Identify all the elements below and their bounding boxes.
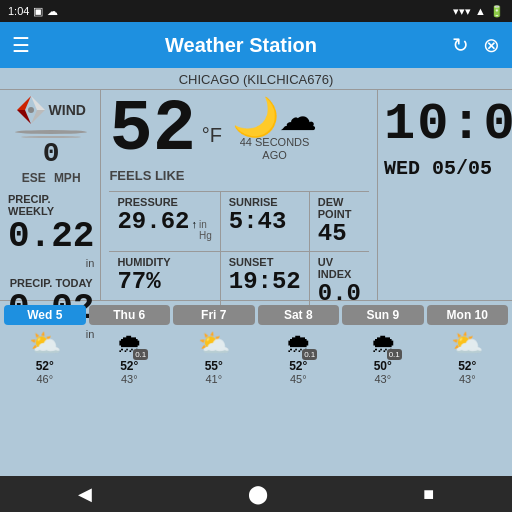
battery-icon: 🔋 xyxy=(490,5,504,18)
uvindex-label: UV INDEX xyxy=(318,256,361,280)
forecast-low-5: 43° xyxy=(458,373,476,385)
forecast-icon-container-1: 🌧 0.1 xyxy=(116,328,142,359)
forecast-high-2: 55° xyxy=(205,359,223,373)
wind-icon xyxy=(17,96,45,124)
forecast-day-0[interactable]: Wed 5 xyxy=(4,305,86,325)
top-section: WIND N S W E 0 ESE MPH PRECIP. WEEKLY 0.… xyxy=(0,90,512,300)
uvindex-cell: UV INDEX 0.0 xyxy=(310,252,369,311)
top-bar: ☰ Weather Station ↻ ⊗ xyxy=(0,22,512,68)
wifi-icon: ▾▾▾ xyxy=(453,5,471,18)
forecast-day-1[interactable]: Thu 6 xyxy=(89,305,171,325)
forecast-high-0: 52° xyxy=(36,359,54,373)
weather-icon-area: 🌙☁ 44 SECONDS AGO xyxy=(232,98,317,162)
sunset-value: 19:52 xyxy=(229,268,301,295)
forecast-high-3: 52° xyxy=(289,359,307,373)
humidity-cell: HUMIDITY 77% xyxy=(109,252,220,311)
forecast-icon-2: ⛅ xyxy=(198,328,230,359)
home-button[interactable]: ⬤ xyxy=(248,483,268,505)
forecast-items: ⛅ 52° 46° 🌧 0.1 52° 43° ⛅ 55° 41° xyxy=(4,328,508,385)
forecast-low-2: 41° xyxy=(205,373,223,385)
sunset-label: SUNSET xyxy=(229,256,301,268)
sunrise-label: SUNRISE xyxy=(229,196,301,208)
precip-weekly-unit: in xyxy=(86,257,95,269)
forecast-temps-3: 52° 45° xyxy=(289,359,307,385)
forecast-item-5: ⛅ 52° 43° xyxy=(427,328,509,385)
forecast-day-5[interactable]: Mon 10 xyxy=(427,305,509,325)
forecast-low-0: 46° xyxy=(36,373,54,385)
clock-panel: 10:04 WED 05/05 xyxy=(377,90,512,300)
bottom-nav: ◀ ⬤ ■ xyxy=(0,476,512,512)
wind-speed-value: 0 xyxy=(43,138,60,169)
temperature-unit: °F xyxy=(202,124,222,147)
ago-text: 44 SECONDS AGO xyxy=(235,136,315,162)
stats-grid: PRESSURE 29.62 ↑ in Hg SUNRISE 5:43 DEW … xyxy=(109,191,369,311)
forecast-temps-0: 52° 46° xyxy=(36,359,54,385)
pressure-cell: PRESSURE 29.62 ↑ in Hg xyxy=(109,192,220,252)
forecast-low-4: 43° xyxy=(374,373,392,385)
wind-label: WIND xyxy=(49,102,86,118)
status-icon2: ☁ xyxy=(47,5,58,18)
settings-button[interactable]: ⊗ xyxy=(483,33,500,57)
sunrise-value: 5:43 xyxy=(229,208,301,235)
forecast-icon-container-4: 🌧 0.1 xyxy=(370,328,396,359)
forecast-day-3[interactable]: Sat 8 xyxy=(258,305,340,325)
precip-badge-4: 0.1 xyxy=(387,349,402,360)
precip-badge-3: 0.1 xyxy=(302,349,317,360)
dewpoint-cell: DEW POINT 45 xyxy=(310,192,369,252)
recent-button[interactable]: ■ xyxy=(423,484,434,505)
humidity-label: HUMIDITY xyxy=(117,256,211,268)
sunrise-cell: SUNRISE 5:43 xyxy=(221,192,310,252)
clock-date: WED 05/05 xyxy=(384,157,512,180)
temperature-row: 52 °F 🌙☁ 44 SECONDS AGO xyxy=(109,94,369,166)
temperature-value: 52 xyxy=(109,94,195,166)
sunset-cell: SUNSET 19:52 xyxy=(221,252,310,311)
status-bar: 1:04 ▣ ☁ ▾▾▾ ▲ 🔋 xyxy=(0,0,512,22)
back-button[interactable]: ◀ xyxy=(78,483,92,505)
feels-like-label: FEELS LIKE xyxy=(109,168,369,183)
dewpoint-value: 45 xyxy=(318,220,361,247)
pressure-unit: in Hg xyxy=(199,219,212,241)
forecast-item-3: 🌧 0.1 52° 45° xyxy=(258,328,340,385)
current-weather-icon: 🌙☁ xyxy=(232,98,317,136)
app-title: Weather Station xyxy=(165,34,317,57)
forecast-icon-0: ⛅ xyxy=(29,328,61,359)
forecast-day-4[interactable]: Sun 9 xyxy=(342,305,424,325)
status-right: ▾▾▾ ▲ 🔋 xyxy=(453,5,504,18)
forecast-item-0: ⛅ 52° 46° xyxy=(4,328,86,385)
forecast-item-2: ⛅ 55° 41° xyxy=(173,328,255,385)
forecast-high-4: 50° xyxy=(374,359,392,373)
forecast-icon-container-3: 🌧 0.1 xyxy=(285,328,311,359)
humidity-value: 77% xyxy=(117,268,211,295)
wind-panel: WIND N S W E 0 ESE MPH PRECIP. WEEKLY 0.… xyxy=(0,90,100,300)
forecast-low-3: 45° xyxy=(289,373,307,385)
pressure-arrow: ↑ xyxy=(191,218,197,230)
refresh-button[interactable]: ↻ xyxy=(452,33,469,57)
status-left: 1:04 ▣ ☁ xyxy=(8,5,58,18)
forecast-section: Wed 5 Thu 6 Fri 7 Sat 8 Sun 9 Mon 10 ⛅ 5… xyxy=(0,300,512,387)
precip-weekly-value: 0.22 xyxy=(8,217,94,257)
forecast-temps-2: 55° 41° xyxy=(205,359,223,385)
forecast-low-1: 43° xyxy=(120,373,138,385)
forecast-temps-4: 50° 43° xyxy=(374,359,392,385)
status-icon1: ▣ xyxy=(33,5,43,18)
dewpoint-label: DEW POINT xyxy=(318,196,361,220)
forecast-high-1: 52° xyxy=(120,359,138,373)
forecast-day-2[interactable]: Fri 7 xyxy=(173,305,255,325)
pressure-row: 29.62 ↑ in Hg xyxy=(117,208,211,241)
wind-compass: N S W E xyxy=(15,130,87,134)
forecast-item-1: 🌧 0.1 52° 43° xyxy=(89,328,171,385)
signal-icon: ▲ xyxy=(475,5,486,17)
precip-badge-1: 0.1 xyxy=(133,349,148,360)
forecast-temps-5: 52° 43° xyxy=(458,359,476,385)
precip-weekly-label: PRECIP. WEEKLY xyxy=(8,193,94,217)
wind-label-row: WIND xyxy=(17,96,86,124)
wind-unit: MPH xyxy=(54,171,81,185)
wind-dir-speed: ESE MPH xyxy=(22,171,81,185)
pressure-label: PRESSURE xyxy=(117,196,211,208)
forecast-icon-5: ⛅ xyxy=(451,328,483,359)
spacer xyxy=(109,183,369,191)
top-bar-actions: ↻ ⊗ xyxy=(452,33,500,57)
forecast-item-4: 🌧 0.1 50° 43° xyxy=(342,328,424,385)
menu-button[interactable]: ☰ xyxy=(12,33,30,57)
precip-today-label: PRECIP. TODAY xyxy=(10,277,93,289)
